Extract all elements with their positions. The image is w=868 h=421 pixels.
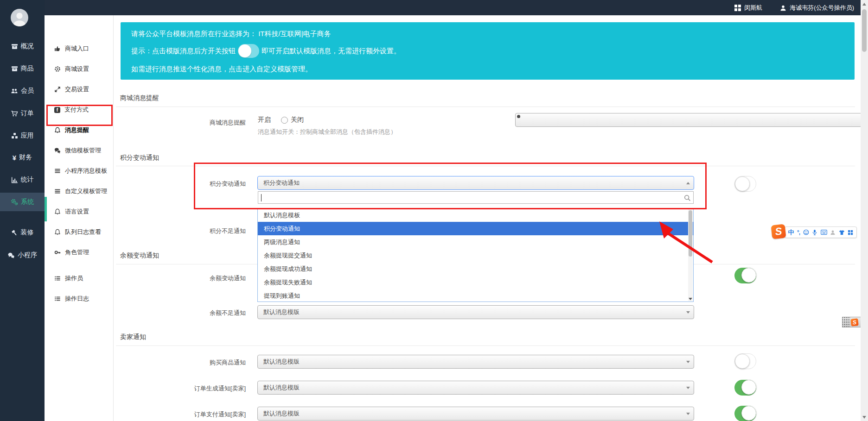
field-label-points-change: 积分变动通知 xyxy=(153,180,246,188)
ime-mini-logo-icon[interactable]: S xyxy=(850,317,859,327)
submenu-item-miniprogram-templates[interactable]: 小程序消息模板 xyxy=(45,164,114,178)
banner-line1: 请将公众平台模板消息所在行业选择为： IT科技/互联网|电子商务 xyxy=(131,30,331,38)
submenu-item-queue-log[interactable]: 队列日志查看 xyxy=(45,225,114,239)
dropdown-search-box[interactable] xyxy=(258,191,694,204)
search-icon xyxy=(684,195,691,201)
submenu-item-label: 支付方式 xyxy=(64,106,89,114)
dropdown-scroll-down-icon[interactable] xyxy=(689,298,692,300)
radio-off-dot[interactable] xyxy=(281,117,288,124)
avatar[interactable] xyxy=(11,9,28,26)
balance-insufficient-select-value: 默认消息模版 xyxy=(263,308,300,315)
dropdown-scrollbar[interactable] xyxy=(688,209,693,301)
user-menu-item[interactable]: 海诚韦芬(公众号操作员) xyxy=(780,4,854,12)
order-paid-toggle[interactable] xyxy=(734,406,756,421)
sidebar-item-system[interactable]: 系统 xyxy=(0,193,45,211)
dropdown-option-selected[interactable]: 积分变动通知 xyxy=(258,222,693,235)
sidebar-item-label: 商品 xyxy=(21,64,34,73)
dropdown-option[interactable]: 余额提现提交通知 xyxy=(258,249,693,262)
sidebar-item-label: 装修 xyxy=(21,228,34,237)
dropdown-search-input[interactable] xyxy=(261,193,678,202)
radio-on-dot[interactable] xyxy=(515,113,868,127)
submenu-item-role-management[interactable]: 角色管理 xyxy=(45,245,114,259)
sidebar-item-label: 小程序 xyxy=(18,251,37,259)
dropdown-option[interactable]: 余额提现失败通知 xyxy=(258,276,693,289)
skin-icon[interactable] xyxy=(839,230,845,235)
user-icon xyxy=(780,5,786,11)
sidebar-item-decoration[interactable]: 装修 xyxy=(0,223,45,242)
points-change-select[interactable]: 积分变动通知 xyxy=(257,176,694,190)
mall-message-help: 消息通知开关：控制商城全部消息（包含插件消息） xyxy=(258,128,396,136)
list-icon xyxy=(54,168,61,174)
account-icon[interactable] xyxy=(830,230,836,235)
order-created-select[interactable]: 默认消息模版 xyxy=(257,381,694,395)
sidebar-item-apps[interactable]: 应用 xyxy=(0,126,45,145)
submenu-item-language-settings[interactable]: 语言设置 xyxy=(45,205,114,219)
purchase-notice-select[interactable]: 默认消息模版 xyxy=(257,355,694,369)
order-created-select-value: 默认消息模版 xyxy=(263,384,300,391)
submenu-item-mall-entry[interactable]: 商城入口 xyxy=(45,42,114,56)
submenu-item-label: 商城入口 xyxy=(65,44,89,53)
dropdown-scroll-thumb[interactable] xyxy=(689,210,692,257)
sidebar-item-finance[interactable]: ¥ 财务 xyxy=(0,148,45,167)
radio-off[interactable]: 关闭 xyxy=(281,116,304,124)
bell-icon xyxy=(54,229,61,235)
balance-insufficient-select[interactable]: 默认消息模版 xyxy=(257,305,694,319)
sidebar-item-orders[interactable]: 订单 xyxy=(0,104,45,123)
sidebar-item-statistics[interactable]: 统计 xyxy=(0,170,45,189)
submenu-item-operation-log[interactable]: 操作日志 xyxy=(45,292,114,306)
radio-on-label: 开启 xyxy=(258,116,271,124)
browser-scrollbar[interactable] xyxy=(861,0,868,421)
cubes-icon xyxy=(11,132,18,139)
emoji-icon[interactable] xyxy=(803,229,809,235)
submenu-item-operators[interactable]: 操作员 xyxy=(45,271,114,285)
ime-logo-icon[interactable]: S xyxy=(771,224,786,239)
list-ol-icon xyxy=(54,275,61,282)
submenu-item-custom-templates[interactable]: 自定义模板管理 xyxy=(45,184,114,198)
submenu-item-mall-settings[interactable]: 商城设置 xyxy=(45,62,114,76)
mall-message-radio-group: 开启 关闭 xyxy=(258,116,304,124)
points-change-toggle[interactable] xyxy=(734,176,756,192)
section-title-points: 积分变动通知 xyxy=(120,154,159,162)
thumbs-up-icon xyxy=(54,45,61,52)
banner-toggle-illustration[interactable] xyxy=(238,44,259,58)
order-paid-select-value: 默认消息模版 xyxy=(263,410,300,417)
keyboard-icon[interactable] xyxy=(821,230,827,235)
sidebar-item-label: 订单 xyxy=(21,109,34,118)
balance-change-toggle[interactable] xyxy=(734,268,756,283)
sidebar-item-goods[interactable]: 商品 xyxy=(0,59,45,78)
field-label-mall-message: 商城消息提醒 xyxy=(153,119,246,127)
submenu-item-trade-settings[interactable]: 交易设置 xyxy=(45,82,114,96)
radio-on[interactable]: 开启 xyxy=(258,116,271,124)
field-label-order-paid-notice: 订单支付通知[卖家] xyxy=(153,410,246,419)
notice-banner: 请将公众平台模板消息所在行业选择为： IT科技/互联网|电子商务 提示：点击模版… xyxy=(121,22,855,80)
divider xyxy=(116,166,855,166)
ime-toolbar: 中 °, xyxy=(785,226,857,238)
sidebar-item-members[interactable]: 会员 xyxy=(0,82,45,100)
dropdown-option[interactable]: 默认消息模板 xyxy=(258,208,693,222)
dropdown-option[interactable]: 两级消息通知 xyxy=(258,235,693,249)
drag-handle-icon[interactable] xyxy=(842,317,850,327)
avatar-silhouette-icon xyxy=(11,9,28,26)
scrollbar-thumb[interactable] xyxy=(862,9,867,52)
submenu-item-wechat-templates[interactable]: 微信模板管理 xyxy=(45,144,114,157)
sidebar-item-miniprogram[interactable]: 小程序 xyxy=(0,246,45,264)
sidebar-item-overview[interactable]: 概况 xyxy=(0,37,45,56)
submenu-item-label: 语言设置 xyxy=(65,207,89,216)
submenu-item-payment-methods[interactable]: f 支付方式 xyxy=(45,103,114,117)
submenu-scroll-indicator[interactable] xyxy=(45,197,47,221)
box-icon xyxy=(11,65,18,72)
dropdown-option[interactable]: 余额提现成功通知 xyxy=(258,262,693,276)
ime-mode-icon[interactable]: 中 xyxy=(788,228,794,237)
mic-icon[interactable] xyxy=(812,229,817,235)
ime-punctuation-icon[interactable]: °, xyxy=(797,229,800,236)
order-paid-select[interactable]: 默认消息模版 xyxy=(257,407,694,421)
toolbox-grid-icon[interactable] xyxy=(848,230,853,235)
scroll-down-icon[interactable] xyxy=(862,416,866,419)
purchase-notice-toggle[interactable] xyxy=(734,353,756,369)
dropdown-option[interactable]: 提现到账通知 xyxy=(258,289,693,302)
order-created-toggle[interactable] xyxy=(734,380,756,396)
system-submenu: 商城入口 商城设置 交易设置 f 支付方式 消息提醒 xyxy=(45,15,114,421)
shop-menu-item[interactable]: 闵斯航 xyxy=(734,4,762,12)
scroll-up-icon[interactable] xyxy=(862,3,866,6)
submenu-item-message-reminder[interactable]: 消息提醒 xyxy=(45,123,114,137)
